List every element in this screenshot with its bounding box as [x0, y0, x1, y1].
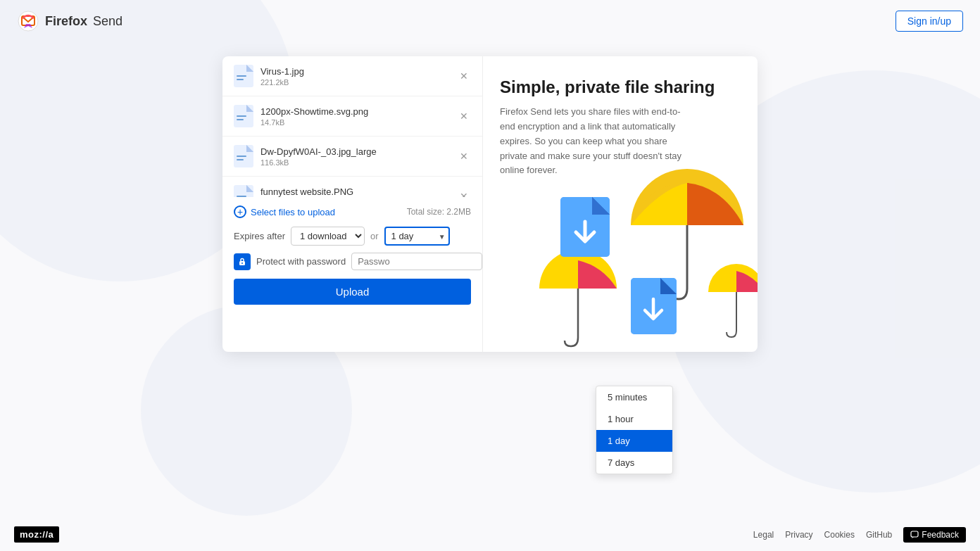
feedback-label: Feedback [922, 530, 959, 540]
file-name: Virus-1.jpg [260, 66, 450, 77]
file-size: 116.3kB [260, 158, 450, 167]
expires-label: Expires after [234, 231, 285, 241]
logo: Firefox Send [17, 10, 122, 32]
firefox-send-logo-icon [17, 10, 39, 32]
select-files-label: Select files to upload [251, 207, 335, 217]
file-remove-button[interactable]: ✕ [457, 149, 471, 163]
feedback-button[interactable]: Feedback [903, 527, 966, 543]
password-input[interactable] [351, 253, 482, 270]
plus-icon: + [234, 205, 246, 218]
svg-rect-4 [237, 79, 244, 80]
file-remove-button[interactable]: ✕ [457, 109, 471, 123]
upload-button[interactable]: Upload [234, 279, 471, 305]
panel-description: Firefox Send lets you share files with e… [500, 105, 683, 178]
svg-rect-9 [237, 156, 246, 157]
file-size: 221.2kB [260, 78, 450, 87]
lock-icon-wrap [234, 253, 251, 270]
file-size: 14.7kB [260, 118, 450, 127]
file-remove-button[interactable]: ✕ [457, 189, 471, 197]
file-icon [234, 185, 253, 197]
file-name: funnytest website.PNG [260, 186, 450, 197]
file-icon [234, 105, 253, 127]
time-dropdown-menu: 5 minutes 1 hour 1 day 7 days [596, 386, 673, 474]
file-list-item: 1200px-Showtime.svg.png 14.7kB ✕ [222, 96, 482, 137]
footer-link-github[interactable]: GitHub [866, 530, 892, 540]
or-label: or [370, 231, 379, 241]
footer-link-legal[interactable]: Legal [753, 530, 774, 540]
sign-in-button[interactable]: Sign in/up [896, 11, 963, 32]
file-list-item: funnytest website.PNG 1.7MB ✕ [222, 177, 482, 197]
expires-select[interactable]: 1 download [291, 227, 365, 246]
feedback-icon [910, 531, 919, 539]
dropdown-item-5min[interactable]: 5 minutes [596, 386, 672, 408]
footer: moz://a Legal Privacy Cookies GitHub Fee… [0, 526, 980, 543]
file-icon [234, 65, 253, 87]
footer-links: Legal Privacy Cookies GitHub Feedback [753, 527, 966, 543]
svg-rect-23 [911, 531, 918, 537]
file-list-item: Virus-1.jpg 221.2kB ✕ [222, 56, 482, 96]
svg-rect-3 [237, 75, 246, 77]
dropdown-item-1day[interactable]: 1 day [596, 430, 672, 452]
footer-link-privacy[interactable]: Privacy [785, 530, 812, 540]
file-list-item: Dw-DpyfW0AI-_03.jpg_large 116.3kB ✕ [222, 137, 482, 177]
footer-link-cookies[interactable]: Cookies [824, 530, 855, 540]
time-select-wrapper: 5 minutes 1 hour 1 day 7 days ▼ [384, 227, 450, 246]
time-select[interactable]: 5 minutes 1 hour 1 day 7 days [384, 227, 450, 246]
left-panel-controls: + Select files to upload Total size: 2.2… [222, 197, 482, 313]
svg-rect-10 [237, 159, 244, 160]
total-size: Total size: 2.2MB [407, 207, 471, 217]
dropdown-item-1hour[interactable]: 1 hour [596, 408, 672, 430]
file-info: Dw-DpyfW0AI-_03.jpg_large 116.3kB [260, 146, 450, 167]
svg-rect-6 [237, 115, 246, 117]
file-name: 1200px-Showtime.svg.png [260, 106, 450, 117]
file-name: Dw-DpyfW0AI-_03.jpg_large [260, 146, 450, 157]
select-files-button[interactable]: + Select files to upload [234, 205, 335, 218]
svg-point-15 [241, 262, 243, 264]
select-files-row: + Select files to upload Total size: 2.2… [234, 205, 471, 218]
logo-send-text: Send [93, 14, 122, 29]
expires-row: Expires after 1 download or 5 minutes 1 … [234, 227, 471, 246]
file-icon [234, 145, 253, 167]
file-info: Virus-1.jpg 221.2kB [260, 66, 450, 87]
lock-icon [237, 257, 247, 267]
svg-rect-7 [237, 119, 244, 120]
protect-password-label: Protect with password [256, 256, 346, 267]
left-panel: Virus-1.jpg 221.2kB ✕ 1200px-Showtime.sv… [222, 56, 483, 352]
umbrella-svg [518, 169, 758, 352]
file-info: 1200px-Showtime.svg.png 14.7kB [260, 106, 450, 127]
logo-firefox-text: Firefox [45, 14, 87, 29]
header: Firefox Send Sign in/up [0, 0, 980, 42]
right-panel: Simple, private file sharing Firefox Sen… [483, 56, 758, 352]
dropdown-item-7days[interactable]: 7 days [596, 452, 672, 474]
moz-logo: moz://a [14, 526, 59, 543]
file-info: funnytest website.PNG 1.7MB [260, 186, 450, 198]
main-card: Virus-1.jpg 221.2kB ✕ 1200px-Showtime.sv… [222, 56, 758, 352]
panel-title: Simple, private file sharing [500, 76, 741, 98]
file-list: Virus-1.jpg 221.2kB ✕ 1200px-Showtime.sv… [222, 56, 482, 197]
illustration [518, 169, 758, 352]
file-remove-button[interactable]: ✕ [457, 69, 471, 83]
password-row: Protect with password [234, 253, 471, 270]
main-content: Virus-1.jpg 221.2kB ✕ 1200px-Showtime.sv… [0, 42, 980, 366]
